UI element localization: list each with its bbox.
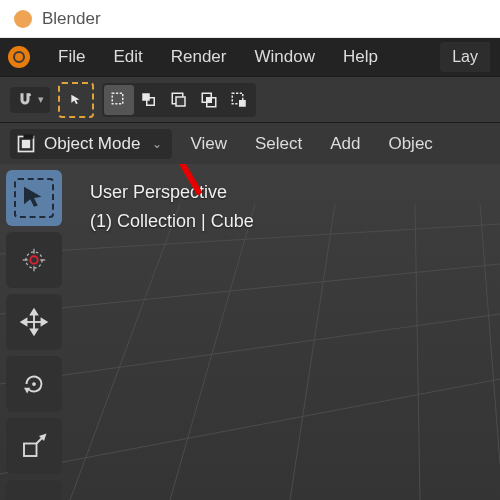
select-new-icon[interactable] [104, 85, 134, 115]
svg-point-37 [32, 382, 36, 386]
viewport-3d[interactable]: User Perspective (1) Collection | Cube [0, 164, 500, 500]
svg-rect-38 [24, 444, 37, 457]
active-tool-indicator[interactable] [58, 82, 94, 118]
mode-label: Object Mode [44, 134, 140, 154]
tool-select-box[interactable] [6, 170, 62, 226]
tool-transform[interactable] [6, 480, 62, 500]
os-title-bar: Blender [0, 0, 500, 38]
blender-logo-small [14, 10, 32, 28]
viewport-overlay-text: User Perspective (1) Collection | Cube [90, 178, 254, 236]
chevron-down-icon: ⌄ [152, 137, 162, 151]
tool-scale[interactable] [6, 418, 62, 474]
object-mode-icon [16, 134, 36, 154]
overlay-object-path: (1) Collection | Cube [90, 207, 254, 236]
workspace-tab-layout[interactable]: Lay [440, 42, 490, 72]
rotate-icon [19, 369, 49, 399]
header-select[interactable]: Select [245, 129, 312, 159]
magnet-icon [16, 91, 34, 109]
scale-icon [19, 431, 49, 461]
snap-dropdown[interactable]: ▾ [10, 87, 50, 113]
header-object[interactable]: Objec [378, 129, 442, 159]
svg-point-0 [28, 93, 31, 96]
svg-marker-33 [31, 330, 37, 335]
svg-marker-32 [31, 310, 37, 315]
menu-window[interactable]: Window [240, 41, 328, 73]
header-add[interactable]: Add [320, 129, 370, 159]
svg-rect-10 [239, 100, 246, 107]
svg-rect-1 [112, 93, 123, 104]
blender-logo-icon[interactable] [8, 46, 30, 68]
svg-marker-35 [42, 319, 47, 325]
menu-file[interactable]: File [44, 41, 99, 73]
top-menu-bar: File Edit Render Window Help Lay [0, 38, 500, 76]
menu-edit[interactable]: Edit [99, 41, 156, 73]
select-subtract-icon[interactable] [164, 85, 194, 115]
select-mode-group [102, 83, 256, 117]
header-view[interactable]: View [180, 129, 237, 159]
window-title: Blender [42, 9, 101, 29]
overlay-perspective: User Perspective [90, 178, 254, 207]
svg-rect-5 [176, 97, 185, 106]
tool-sidebar [6, 170, 62, 500]
tool-rotate[interactable] [6, 356, 62, 412]
chevron-down-icon: ▾ [38, 93, 44, 106]
mode-dropdown[interactable]: Object Mode ⌄ [10, 129, 172, 159]
svg-point-24 [26, 252, 42, 268]
svg-rect-8 [207, 97, 212, 102]
tool-settings-bar: ▾ [0, 76, 500, 122]
select-intersect-icon[interactable] [194, 85, 224, 115]
move-icon [19, 307, 49, 337]
svg-point-25 [30, 256, 38, 264]
svg-marker-34 [22, 319, 27, 325]
tool-cursor[interactable] [6, 232, 62, 288]
menu-help[interactable]: Help [329, 41, 392, 73]
viewport-header: Object Mode ⌄ View Select Add Objec [0, 122, 500, 164]
select-extend-icon[interactable] [134, 85, 164, 115]
tool-move[interactable] [6, 294, 62, 350]
svg-rect-13 [22, 139, 30, 147]
cursor-icon [19, 183, 49, 213]
menu-render[interactable]: Render [157, 41, 241, 73]
cursor-3d-icon [19, 245, 49, 275]
cursor-icon [69, 93, 83, 107]
select-invert-icon[interactable] [224, 85, 254, 115]
